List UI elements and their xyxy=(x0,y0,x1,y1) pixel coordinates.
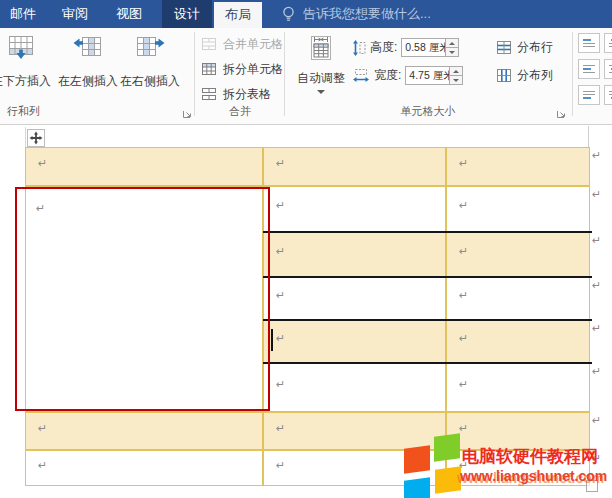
logo-square-blue xyxy=(404,477,430,498)
table-cell[interactable]: ↵ xyxy=(446,363,590,412)
split-table-icon xyxy=(201,87,217,101)
merge-cells-button[interactable]: 合并单元格 xyxy=(201,33,283,55)
insert-right-icon xyxy=(135,33,165,65)
align-bottom-center-button[interactable] xyxy=(604,85,612,105)
row-height-up-button[interactable] xyxy=(446,39,458,48)
align-top-center-button[interactable] xyxy=(604,33,612,53)
align-center-left-button[interactable] xyxy=(578,59,600,79)
table-cell[interactable]: ↵ xyxy=(263,147,446,186)
split-table-label: 拆分表格 xyxy=(223,86,271,103)
insert-left-label: 在左侧插入 xyxy=(57,73,119,90)
autofit-dropdown-arrow xyxy=(317,90,325,94)
end-of-cell-mark: ↵ xyxy=(276,246,285,257)
insert-left-icon xyxy=(73,33,103,65)
insert-below-button[interactable]: 在下方插入 xyxy=(0,31,52,115)
row-height-value: 0.58 厘米 xyxy=(402,39,445,56)
tab-review[interactable]: 审阅 xyxy=(62,0,88,28)
align-center-center-button[interactable] xyxy=(604,59,612,79)
end-of-cell-mark: ↵ xyxy=(276,460,285,471)
table-cell[interactable]: ↵ xyxy=(263,363,446,412)
align-bottom-left-button[interactable] xyxy=(578,85,600,105)
table-cell[interactable]: ↵ xyxy=(446,186,590,232)
col-width-spinner[interactable]: 4.75 厘米 xyxy=(405,66,463,85)
table-cell[interactable]: ↵ xyxy=(263,277,446,320)
col-width-control: 宽度: 4.75 厘米 xyxy=(352,66,463,85)
table-cell[interactable]: ↵ xyxy=(25,412,263,450)
end-of-cell-mark: ↵ xyxy=(276,290,285,301)
tellme-label: 告诉我您想要做什么... xyxy=(303,5,431,23)
ribbon: 在下方插入 在左侧插入 在右侧插入 行和列 xyxy=(0,28,612,125)
group-label-cell-size: 单元格大小 xyxy=(286,104,570,119)
tab-view[interactable]: 视图 xyxy=(116,0,142,28)
autofit-label: 自动调整 xyxy=(288,70,354,87)
cell-size-dialog-launcher[interactable] xyxy=(556,105,567,116)
end-of-cell-mark: ↵ xyxy=(38,423,47,434)
end-of-cell-mark: ↵ xyxy=(276,333,285,344)
text-boundary-right xyxy=(588,126,589,147)
split-cells-icon xyxy=(201,62,217,76)
distribute-rows-icon xyxy=(496,40,512,55)
table-cell[interactable]: ↵ xyxy=(25,147,263,186)
distribute-cols-label: 分布列 xyxy=(517,67,553,84)
split-cells-label: 拆分单元格 xyxy=(223,61,283,78)
table-cell[interactable]: ↵ xyxy=(446,147,590,186)
end-of-cell-mark: ↵ xyxy=(276,379,285,390)
row-black-border-top xyxy=(263,319,592,321)
col-width-label: 宽度: xyxy=(374,67,401,84)
row-black-border-bottom xyxy=(263,276,592,278)
lightbulb-icon xyxy=(282,5,295,23)
end-of-row-mark: ↵ xyxy=(592,280,601,291)
table-cell[interactable]: ↵ xyxy=(263,186,446,232)
row-height-spinner[interactable]: 0.58 厘米 xyxy=(401,38,459,57)
distribute-cols-button[interactable]: 分布列 xyxy=(496,67,553,84)
end-of-row-mark: ↵ xyxy=(592,235,601,246)
logo-square-yellow xyxy=(435,466,461,494)
selection-border xyxy=(15,187,270,411)
end-of-cell-mark: ↵ xyxy=(459,246,468,257)
tellme-box[interactable]: 告诉我您想要做什么... xyxy=(282,0,431,28)
tab-mailings[interactable]: 邮件 xyxy=(10,0,36,28)
distribute-cols-icon xyxy=(496,68,512,83)
align-top-left-button[interactable] xyxy=(578,33,600,53)
col-width-icon xyxy=(352,68,370,84)
table-cell[interactable]: ↵ xyxy=(263,232,446,277)
row-height-label: 高度: xyxy=(370,39,397,56)
col-width-down-button[interactable] xyxy=(450,76,462,84)
table-cell[interactable]: ↵ xyxy=(446,232,590,277)
split-table-button[interactable]: 拆分表格 xyxy=(201,83,283,105)
rows-cols-dialog-launcher[interactable] xyxy=(182,105,193,116)
insert-right-label: 在右侧插入 xyxy=(119,73,181,90)
merge-cells-label: 合并单元格 xyxy=(223,36,283,53)
end-of-cell-mark: ↵ xyxy=(459,379,468,390)
text-boundary-left xyxy=(25,127,26,147)
group-label-rows-cols: 行和列 xyxy=(7,104,40,119)
end-of-row-mark: ↵ xyxy=(592,189,601,200)
row-height-down-button[interactable] xyxy=(446,48,458,56)
insert-right-button[interactable]: 在右侧插入 xyxy=(119,31,181,115)
watermark-title: 电脑软硬件教程网 xyxy=(462,445,598,468)
end-of-row-mark: ↵ xyxy=(592,415,601,426)
logo-square-green xyxy=(434,433,460,462)
tab-layout[interactable]: 布局 xyxy=(214,2,262,28)
end-of-cell-mark: ↵ xyxy=(38,158,47,169)
group-label-merge: 合并 xyxy=(196,104,284,119)
watermark-logo xyxy=(402,434,466,498)
autofit-button[interactable]: 自动调整 xyxy=(288,31,354,115)
table-cell[interactable]: ↵ xyxy=(263,320,446,363)
table-cell[interactable]: ↵ xyxy=(446,320,590,363)
distribute-rows-button[interactable]: 分布行 xyxy=(496,39,553,56)
end-of-cell-mark: ↵ xyxy=(459,423,468,434)
table-cell[interactable]: ↵ xyxy=(446,277,590,320)
split-cells-button[interactable]: 拆分单元格 xyxy=(201,58,283,80)
tab-design[interactable]: 设计 xyxy=(162,0,212,28)
end-of-row-mark: ↵ xyxy=(592,323,601,334)
insert-left-button[interactable]: 在左侧插入 xyxy=(57,31,119,115)
end-of-cell-mark: ↵ xyxy=(459,158,468,169)
table-move-handle[interactable] xyxy=(27,129,45,147)
table-cell[interactable]: ↵ xyxy=(25,450,263,486)
row-black-border-bottom xyxy=(263,362,592,364)
col-width-up-button[interactable] xyxy=(450,67,462,76)
merge-cells-icon xyxy=(201,37,217,51)
end-of-cell-mark: ↵ xyxy=(38,460,47,471)
end-of-cell-mark: ↵ xyxy=(276,200,285,211)
